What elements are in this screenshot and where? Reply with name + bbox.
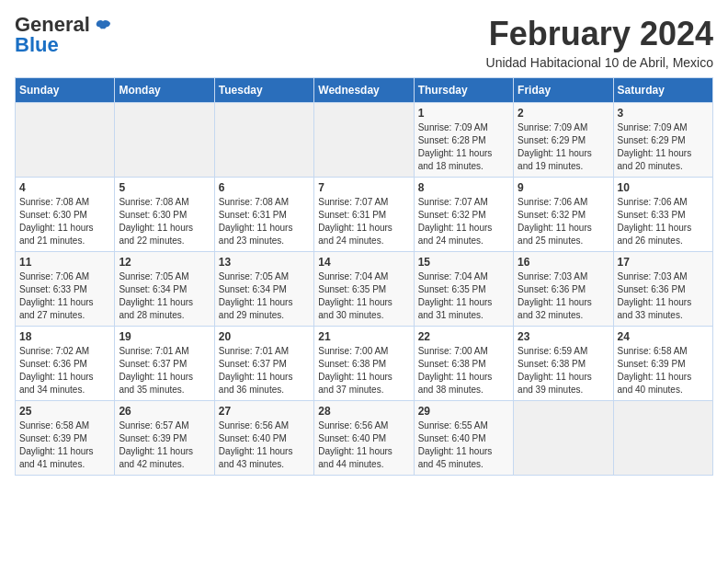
day-number: 7 (318, 181, 409, 194)
day-info: Sunrise: 7:06 AM Sunset: 6:33 PM Dayligh… (19, 270, 110, 322)
day-number: 6 (219, 181, 310, 194)
calendar-cell: 26Sunrise: 6:57 AM Sunset: 6:39 PM Dayli… (115, 401, 214, 476)
calendar-cell: 12Sunrise: 7:05 AM Sunset: 6:34 PM Dayli… (115, 252, 214, 327)
weekday-header-thursday: Thursday (414, 78, 513, 103)
calendar-week-row: 25Sunrise: 6:58 AM Sunset: 6:39 PM Dayli… (16, 401, 713, 476)
day-number: 16 (518, 256, 609, 269)
calendar-cell: 17Sunrise: 7:03 AM Sunset: 6:36 PM Dayli… (613, 252, 712, 327)
calendar-cell: 8Sunrise: 7:07 AM Sunset: 6:32 PM Daylig… (414, 178, 513, 252)
calendar-cell: 27Sunrise: 6:56 AM Sunset: 6:40 PM Dayli… (214, 401, 313, 476)
day-number: 22 (418, 330, 509, 343)
day-info: Sunrise: 7:06 AM Sunset: 6:32 PM Dayligh… (518, 196, 609, 247)
calendar-cell: 2Sunrise: 7:09 AM Sunset: 6:29 PM Daylig… (514, 103, 613, 178)
day-number: 29 (418, 405, 509, 418)
calendar-cell: 15Sunrise: 7:04 AM Sunset: 6:35 PM Dayli… (414, 252, 513, 327)
day-number: 1 (418, 107, 509, 120)
calendar-cell: 24Sunrise: 6:58 AM Sunset: 6:39 PM Dayli… (613, 327, 712, 401)
day-number: 19 (119, 330, 210, 343)
day-number: 23 (518, 330, 609, 343)
weekday-header-sunday: Sunday (16, 78, 115, 103)
day-info: Sunrise: 6:57 AM Sunset: 6:39 PM Dayligh… (119, 419, 210, 471)
day-info: Sunrise: 7:07 AM Sunset: 6:32 PM Dayligh… (418, 196, 509, 247)
day-info: Sunrise: 7:02 AM Sunset: 6:36 PM Dayligh… (19, 345, 110, 396)
day-number: 10 (618, 181, 709, 194)
calendar-title: February 2024 (486, 15, 713, 53)
day-number: 21 (318, 330, 409, 343)
day-info: Sunrise: 6:55 AM Sunset: 6:40 PM Dayligh… (418, 419, 509, 471)
day-info: Sunrise: 7:05 AM Sunset: 6:34 PM Dayligh… (219, 270, 310, 322)
title-area: February 2024 Unidad Habitacional 10 de … (486, 15, 713, 70)
day-number: 15 (418, 256, 509, 269)
calendar-week-row: 4Sunrise: 7:08 AM Sunset: 6:30 PM Daylig… (16, 178, 713, 252)
calendar-cell: 29Sunrise: 6:55 AM Sunset: 6:40 PM Dayli… (414, 401, 513, 476)
day-info: Sunrise: 6:58 AM Sunset: 6:39 PM Dayligh… (618, 345, 709, 396)
day-info: Sunrise: 7:01 AM Sunset: 6:37 PM Dayligh… (219, 345, 310, 396)
calendar-cell: 16Sunrise: 7:03 AM Sunset: 6:36 PM Dayli… (514, 252, 613, 327)
weekday-header-monday: Monday (115, 78, 214, 103)
day-info: Sunrise: 7:03 AM Sunset: 6:36 PM Dayligh… (618, 270, 709, 322)
day-number: 20 (219, 330, 310, 343)
day-number: 14 (318, 256, 409, 269)
weekday-header-saturday: Saturday (613, 78, 712, 103)
day-number: 26 (119, 405, 210, 418)
day-number: 17 (618, 256, 709, 269)
day-number: 9 (518, 181, 609, 194)
logo-text: General Blue (15, 15, 90, 55)
calendar-cell: 1Sunrise: 7:09 AM Sunset: 6:28 PM Daylig… (414, 103, 513, 178)
weekday-header-friday: Friday (514, 78, 613, 103)
day-number: 13 (219, 256, 310, 269)
day-info: Sunrise: 7:03 AM Sunset: 6:36 PM Dayligh… (518, 270, 609, 322)
day-number: 25 (19, 405, 110, 418)
day-info: Sunrise: 7:07 AM Sunset: 6:31 PM Dayligh… (318, 196, 409, 247)
day-info: Sunrise: 7:00 AM Sunset: 6:38 PM Dayligh… (418, 345, 509, 396)
logo: General Blue (15, 15, 114, 55)
calendar-cell: 21Sunrise: 7:00 AM Sunset: 6:38 PM Dayli… (314, 327, 414, 401)
calendar-table: SundayMondayTuesdayWednesdayThursdayFrid… (15, 77, 713, 476)
calendar-week-row: 18Sunrise: 7:02 AM Sunset: 6:36 PM Dayli… (16, 327, 713, 401)
day-info: Sunrise: 7:09 AM Sunset: 6:28 PM Dayligh… (418, 121, 509, 173)
calendar-cell: 11Sunrise: 7:06 AM Sunset: 6:33 PM Dayli… (16, 252, 115, 327)
day-number: 4 (19, 181, 110, 194)
day-number: 2 (518, 107, 609, 120)
day-info: Sunrise: 7:08 AM Sunset: 6:31 PM Dayligh… (219, 196, 310, 247)
calendar-cell (214, 103, 313, 178)
day-number: 28 (318, 405, 409, 418)
calendar-cell (16, 103, 115, 178)
day-number: 5 (119, 181, 210, 194)
logo-bird-icon (92, 16, 114, 38)
calendar-cell (115, 103, 214, 178)
calendar-cell: 10Sunrise: 7:06 AM Sunset: 6:33 PM Dayli… (613, 178, 712, 252)
calendar-cell: 25Sunrise: 6:58 AM Sunset: 6:39 PM Dayli… (16, 401, 115, 476)
calendar-cell (514, 401, 613, 476)
day-number: 3 (618, 107, 709, 120)
day-info: Sunrise: 6:58 AM Sunset: 6:39 PM Dayligh… (19, 419, 110, 471)
calendar-cell (613, 401, 712, 476)
weekday-header-row: SundayMondayTuesdayWednesdayThursdayFrid… (16, 78, 713, 103)
weekday-header-tuesday: Tuesday (214, 78, 313, 103)
day-info: Sunrise: 7:09 AM Sunset: 6:29 PM Dayligh… (518, 121, 609, 173)
day-info: Sunrise: 7:00 AM Sunset: 6:38 PM Dayligh… (318, 345, 409, 396)
day-info: Sunrise: 6:56 AM Sunset: 6:40 PM Dayligh… (219, 419, 310, 471)
calendar-cell: 9Sunrise: 7:06 AM Sunset: 6:32 PM Daylig… (514, 178, 613, 252)
calendar-cell: 28Sunrise: 6:56 AM Sunset: 6:40 PM Dayli… (314, 401, 414, 476)
calendar-cell: 5Sunrise: 7:08 AM Sunset: 6:30 PM Daylig… (115, 178, 214, 252)
calendar-cell: 18Sunrise: 7:02 AM Sunset: 6:36 PM Dayli… (16, 327, 115, 401)
calendar-cell: 19Sunrise: 7:01 AM Sunset: 6:37 PM Dayli… (115, 327, 214, 401)
day-info: Sunrise: 7:08 AM Sunset: 6:30 PM Dayligh… (119, 196, 210, 247)
page-header: General Blue February 2024 Unidad Habita… (15, 15, 713, 70)
calendar-cell: 14Sunrise: 7:04 AM Sunset: 6:35 PM Dayli… (314, 252, 414, 327)
day-info: Sunrise: 7:04 AM Sunset: 6:35 PM Dayligh… (318, 270, 409, 322)
calendar-cell: 3Sunrise: 7:09 AM Sunset: 6:29 PM Daylig… (613, 103, 712, 178)
calendar-week-row: 11Sunrise: 7:06 AM Sunset: 6:33 PM Dayli… (16, 252, 713, 327)
calendar-subtitle: Unidad Habitacional 10 de Abril, Mexico (486, 55, 713, 70)
day-info: Sunrise: 7:01 AM Sunset: 6:37 PM Dayligh… (119, 345, 210, 396)
calendar-cell: 13Sunrise: 7:05 AM Sunset: 6:34 PM Dayli… (214, 252, 313, 327)
weekday-header-wednesday: Wednesday (314, 78, 414, 103)
day-info: Sunrise: 6:59 AM Sunset: 6:38 PM Dayligh… (518, 345, 609, 396)
calendar-cell: 6Sunrise: 7:08 AM Sunset: 6:31 PM Daylig… (214, 178, 313, 252)
day-info: Sunrise: 7:09 AM Sunset: 6:29 PM Dayligh… (618, 121, 709, 173)
calendar-cell: 4Sunrise: 7:08 AM Sunset: 6:30 PM Daylig… (16, 178, 115, 252)
day-info: Sunrise: 7:08 AM Sunset: 6:30 PM Dayligh… (19, 196, 110, 247)
day-number: 18 (19, 330, 110, 343)
day-number: 8 (418, 181, 509, 194)
